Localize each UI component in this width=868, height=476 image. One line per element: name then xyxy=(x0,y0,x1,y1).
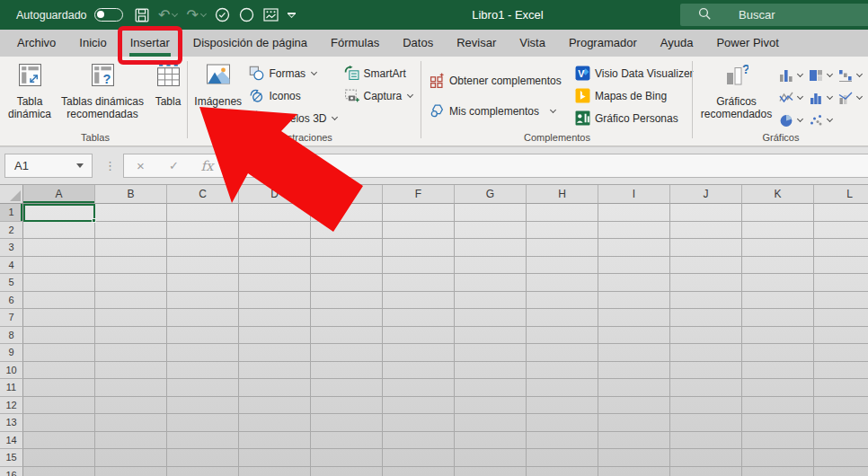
cell-G8[interactable] xyxy=(455,327,527,345)
cell-D15[interactable] xyxy=(239,449,311,467)
cell-K2[interactable] xyxy=(742,222,814,240)
enter-icon[interactable]: ✓ xyxy=(157,159,190,172)
cell-F10[interactable] xyxy=(383,362,455,380)
cell-C14[interactable] xyxy=(167,432,239,450)
cell-C8[interactable] xyxy=(167,327,239,345)
cell-H4[interactable] xyxy=(527,257,598,275)
cell-K13[interactable] xyxy=(742,414,814,432)
cell-C9[interactable] xyxy=(167,344,239,362)
cell-G2[interactable] xyxy=(455,222,527,240)
cell-I9[interactable] xyxy=(598,344,670,362)
cell-K16[interactable] xyxy=(742,467,814,476)
cell-K7[interactable] xyxy=(742,309,814,327)
cell-G1[interactable] xyxy=(455,204,527,222)
cell-G7[interactable] xyxy=(455,309,527,327)
column-header-J[interactable]: J xyxy=(670,185,742,204)
insert-function-button[interactable]: fx xyxy=(190,158,224,174)
cell-D14[interactable] xyxy=(239,432,311,450)
cell-I10[interactable] xyxy=(598,362,670,380)
cell-H3[interactable] xyxy=(527,239,598,257)
cell-K10[interactable] xyxy=(742,362,814,380)
cell-A3[interactable] xyxy=(23,239,95,257)
cell-C16[interactable] xyxy=(167,467,239,476)
cell-C4[interactable] xyxy=(167,257,239,275)
cell-L1[interactable] xyxy=(814,204,868,222)
row-header-11[interactable]: 11 xyxy=(0,379,23,397)
cell-E12[interactable] xyxy=(311,397,383,415)
cell-C12[interactable] xyxy=(167,397,239,415)
cell-C15[interactable] xyxy=(167,449,239,467)
cell-F2[interactable] xyxy=(383,222,455,240)
cell-G5[interactable] xyxy=(455,274,527,292)
cell-L13[interactable] xyxy=(814,414,868,432)
cell-J12[interactable] xyxy=(670,397,742,415)
cell-F13[interactable] xyxy=(383,414,455,432)
cell-H9[interactable] xyxy=(527,344,598,362)
cell-I12[interactable] xyxy=(598,397,670,415)
cell-L15[interactable] xyxy=(814,449,868,467)
column-header-G[interactable]: G xyxy=(455,185,527,204)
cell-D4[interactable] xyxy=(239,257,311,275)
cell-G6[interactable] xyxy=(455,292,527,310)
get-addins-button[interactable]: Obtener complementos xyxy=(430,69,575,92)
save-button[interactable] xyxy=(135,8,149,22)
cell-E3[interactable] xyxy=(311,239,383,257)
formula-bar[interactable]: × ✓ fx xyxy=(123,154,868,178)
cell-K3[interactable] xyxy=(742,239,814,257)
cell-I6[interactable] xyxy=(598,292,670,310)
cell-L16[interactable] xyxy=(814,467,868,476)
my-addins-button[interactable]: Mis complementos xyxy=(430,100,575,122)
tab-inicio[interactable]: Inicio xyxy=(67,30,118,57)
cell-K1[interactable] xyxy=(742,204,814,222)
row-header-12[interactable]: 12 xyxy=(0,397,23,415)
column-chart-button[interactable] xyxy=(779,64,809,86)
row-header-4[interactable]: 4 xyxy=(0,257,23,275)
cell-J10[interactable] xyxy=(670,362,742,380)
cell-D5[interactable] xyxy=(239,274,311,292)
cell-J16[interactable] xyxy=(670,467,742,476)
cell-E4[interactable] xyxy=(311,257,383,275)
cell-C7[interactable] xyxy=(167,309,239,327)
cell-K14[interactable] xyxy=(742,432,814,450)
cell-B7[interactable] xyxy=(95,309,167,327)
cell-L9[interactable] xyxy=(814,344,868,362)
cell-L7[interactable] xyxy=(814,309,868,327)
cell-H1[interactable] xyxy=(527,204,598,222)
cell-I8[interactable] xyxy=(598,327,670,345)
cell-D9[interactable] xyxy=(239,344,311,362)
cell-L14[interactable] xyxy=(814,432,868,450)
cell-B13[interactable] xyxy=(95,414,167,432)
cell-H12[interactable] xyxy=(527,397,598,415)
cell-I7[interactable] xyxy=(598,309,670,327)
cell-J13[interactable] xyxy=(670,414,742,432)
cell-D7[interactable] xyxy=(239,309,311,327)
cell-C13[interactable] xyxy=(167,414,239,432)
cell-I11[interactable] xyxy=(598,379,670,397)
cell-D3[interactable] xyxy=(239,239,311,257)
cell-D16[interactable] xyxy=(239,467,311,476)
column-header-I[interactable]: I xyxy=(598,185,670,204)
cell-C2[interactable] xyxy=(167,222,239,240)
select-all-button[interactable] xyxy=(0,185,23,204)
tab-archivo[interactable]: Archivo xyxy=(5,30,67,57)
cell-K9[interactable] xyxy=(742,344,814,362)
column-header-L[interactable]: L xyxy=(814,185,868,204)
cell-H13[interactable] xyxy=(527,414,598,432)
cell-G12[interactable] xyxy=(455,397,527,415)
cell-A16[interactable] xyxy=(23,467,95,476)
cell-H2[interactable] xyxy=(527,222,598,240)
cell-F12[interactable] xyxy=(383,397,455,415)
tab-disposicion[interactable]: Disposición de página xyxy=(182,30,319,57)
cell-E10[interactable] xyxy=(311,362,383,380)
cell-E9[interactable] xyxy=(311,344,383,362)
shapes-button[interactable]: Formas xyxy=(249,62,343,84)
search-box[interactable]: Buscar xyxy=(680,4,868,26)
cell-E8[interactable] xyxy=(311,327,383,345)
hierarchy-chart-button[interactable] xyxy=(809,64,838,86)
cell-I14[interactable] xyxy=(598,432,670,450)
autosave-toggle[interactable] xyxy=(94,8,123,22)
cell-J2[interactable] xyxy=(670,222,742,240)
cell-F7[interactable] xyxy=(383,309,455,327)
cell-I13[interactable] xyxy=(598,414,670,432)
cell-B15[interactable] xyxy=(95,449,167,467)
